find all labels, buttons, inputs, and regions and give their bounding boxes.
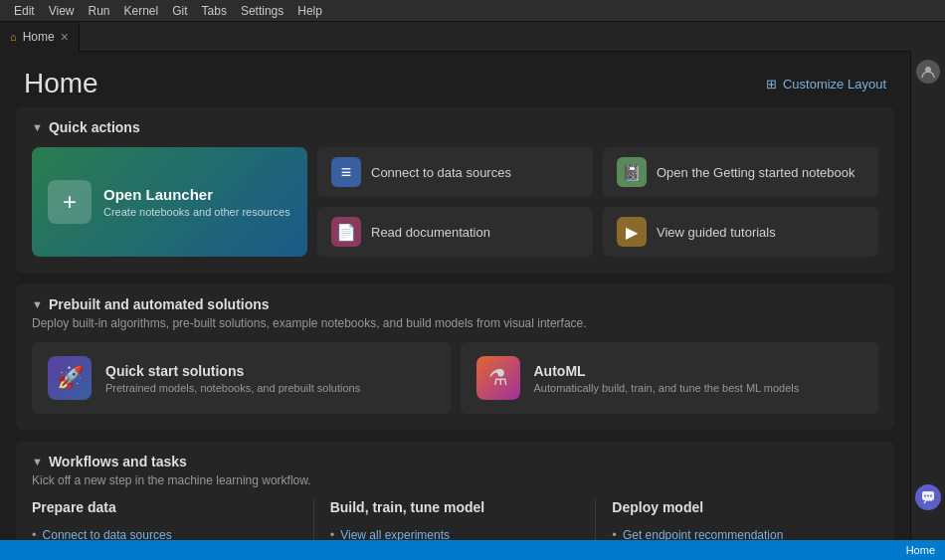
prepare-data-title: Prepare data <box>32 499 297 515</box>
automl-card-subtitle: Automatically build, train, and tune the… <box>534 382 800 394</box>
content-area: Home ⊞ Customize Layout ▼ Quick actions … <box>0 52 910 560</box>
view-tutorials-icon: ▶ <box>617 217 647 247</box>
connect-data-icon: ≡ <box>331 157 361 187</box>
svg-point-2 <box>924 495 926 497</box>
svg-point-3 <box>927 495 929 497</box>
home-tab-close[interactable]: × <box>61 30 69 44</box>
menu-kernel[interactable]: Kernel <box>118 2 165 20</box>
connect-data-card[interactable]: ≡ Connect to data sources <box>317 147 593 197</box>
quick-actions-chevron[interactable]: ▼ <box>32 121 43 133</box>
quick-start-icon: 🚀 <box>48 356 92 400</box>
prebuilt-cards: 🚀 Quick start solutions Pretrained model… <box>32 342 878 414</box>
read-docs-card[interactable]: 📄 Read documentation <box>317 207 593 257</box>
quick-actions-grid: + Open Launcher Create notebooks and oth… <box>32 147 878 257</box>
customize-layout-label: Customize Layout <box>783 77 886 92</box>
avatar[interactable] <box>916 60 940 84</box>
menu-tabs[interactable]: Tabs <box>196 2 233 20</box>
prebuilt-chevron[interactable]: ▼ <box>32 298 43 310</box>
main-wrapper: Home ⊞ Customize Layout ▼ Quick actions … <box>0 52 945 560</box>
open-launcher-card[interactable]: + Open Launcher Create notebooks and oth… <box>32 147 307 257</box>
build-train-title: Build, train, tune model <box>330 499 580 515</box>
prebuilt-header: ▼ Prebuilt and automated solutions <box>32 296 878 312</box>
menu-view[interactable]: View <box>43 2 81 20</box>
open-launcher-icon: + <box>48 180 92 224</box>
page-title: Home <box>24 68 98 99</box>
home-tab-label: Home <box>23 30 55 44</box>
automl-card-title: AutoML <box>534 363 800 379</box>
automl-icon: ⚗ <box>476 356 520 400</box>
home-tab[interactable]: ⌂ Home × <box>0 22 80 52</box>
workflows-subtitle: Kick off a new step in the machine learn… <box>32 473 878 487</box>
prebuilt-subtitle: Deploy built-in algorithms, pre-built so… <box>32 316 878 330</box>
open-launcher-title: Open Launcher <box>103 186 290 203</box>
read-docs-label: Read documentation <box>371 225 490 240</box>
prebuilt-section: ▼ Prebuilt and automated solutions Deplo… <box>16 284 894 430</box>
open-launcher-subtitle: Create notebooks and other resources <box>103 206 290 218</box>
right-sidebar <box>910 52 945 560</box>
menu-git[interactable]: Git <box>166 2 193 20</box>
svg-point-4 <box>930 495 932 497</box>
prebuilt-title: Prebuilt and automated solutions <box>49 296 270 312</box>
quick-actions-header: ▼ Quick actions <box>32 119 878 135</box>
open-launcher-text: Open Launcher Create notebooks and other… <box>103 186 290 218</box>
automl-card[interactable]: ⚗ AutoML Automatically build, train, and… <box>461 342 879 414</box>
workflows-chevron[interactable]: ▼ <box>32 456 43 467</box>
menu-run[interactable]: Run <box>82 2 115 20</box>
chat-bubble-button[interactable] <box>915 484 941 510</box>
quick-actions-title: Quick actions <box>49 119 140 135</box>
open-notebook-icon: 📓 <box>617 157 647 187</box>
quick-start-card-subtitle: Pretrained models, notebooks, and prebui… <box>105 382 360 394</box>
deploy-model-title: Deploy model <box>612 499 862 515</box>
menu-edit[interactable]: Edit <box>8 2 41 20</box>
connect-data-label: Connect to data sources <box>371 165 511 180</box>
page-header: Home ⊞ Customize Layout <box>0 52 910 107</box>
view-tutorials-label: View guided tutorials <box>657 225 776 240</box>
menu-help[interactable]: Help <box>291 2 328 20</box>
quick-start-card-title: Quick start solutions <box>105 363 360 379</box>
quick-actions-section: ▼ Quick actions + Open Launcher Create n… <box>16 107 894 273</box>
workflows-title: Workflows and tasks <box>49 454 187 469</box>
customize-layout-button[interactable]: ⊞ Customize Layout <box>766 77 886 92</box>
view-tutorials-card[interactable]: ▶ View guided tutorials <box>603 207 878 257</box>
read-docs-icon: 📄 <box>331 217 361 247</box>
home-tab-icon: ⌂ <box>10 31 17 43</box>
menu-settings[interactable]: Settings <box>235 2 289 20</box>
automl-text: AutoML Automatically build, train, and t… <box>534 363 800 394</box>
open-notebook-label: Open the Getting started notebook <box>657 165 854 180</box>
quick-start-card[interactable]: 🚀 Quick start solutions Pretrained model… <box>32 342 451 414</box>
status-text: Home <box>906 544 935 556</box>
tabbar: ⌂ Home × ⚙ <box>0 22 945 52</box>
statusbar: Home <box>0 540 945 560</box>
open-notebook-card[interactable]: 📓 Open the Getting started notebook <box>603 147 878 197</box>
customize-layout-icon: ⊞ <box>766 77 777 92</box>
quick-start-text: Quick start solutions Pretrained models,… <box>105 363 360 394</box>
workflows-header: ▼ Workflows and tasks <box>32 454 878 469</box>
menubar: Edit View Run Kernel Git Tabs Settings H… <box>0 0 945 22</box>
